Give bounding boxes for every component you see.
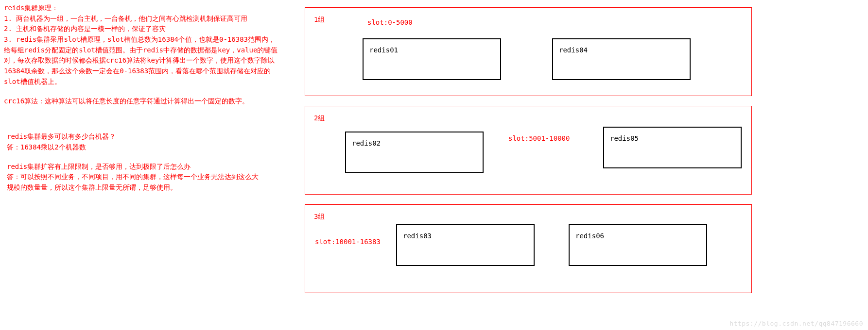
principle-1: 1. 两台机器为一组，一台主机，一台备机，他们之间有心跳检测机制保证高可用 — [4, 14, 288, 24]
redis-node-name: redis03 — [403, 232, 432, 240]
watermark-text: https://blog.csdn.net/qq847196660 — [729, 320, 863, 327]
group-label: 3组 — [314, 213, 325, 221]
principle-3-line-c: 对，每次存取数据的时候都会根据crc16算法将key计算得出一个数字，使用这个数… — [4, 55, 288, 66]
group-label: 2组 — [314, 114, 325, 123]
group-box-2: 2组slot:5001-10000redis02redis05 — [305, 106, 752, 195]
redis-node-name: redis05 — [610, 134, 639, 142]
explanation-panel: reids集群原理： 1. 两台机器为一组，一台主机，一台备机，他们之间有心跳检… — [4, 3, 288, 202]
redis-node-box: redis06 — [569, 224, 707, 266]
principles-block: reids集群原理： 1. 两台机器为一组，一台主机，一台备机，他们之间有心跳检… — [4, 3, 288, 87]
redis-node-name: redis04 — [559, 46, 588, 54]
redis-node-name: redis01 — [369, 46, 398, 54]
principle-3-line-a: 3. redis集群采用slot槽原理，slot槽值总数为16384个值，也就是… — [4, 34, 288, 45]
answer-2-line-b: 规模的数量量，所以这个集群上限量无所谓，足够使用。 — [7, 182, 288, 193]
slot-range-label: slot:0-5000 — [367, 18, 413, 26]
answer-2-line-a: 答：可以按照不同业务，不同项目，用不同的集群，这样每一个业务无法达到这么大 — [7, 172, 288, 182]
redis-node-name: redis06 — [575, 232, 604, 240]
group-label: 1组 — [314, 16, 325, 24]
title-line: reids集群原理： — [4, 3, 288, 14]
qa-block-2: redis集群扩容有上限限制，是否够用，达到极限了后怎么办 答：可以按照不同业务… — [4, 162, 288, 193]
question-2: redis集群扩容有上限限制，是否够用，达到极限了后怎么办 — [7, 162, 288, 172]
principle-3-line-e: slot槽值机器上。 — [4, 77, 288, 87]
principle-2: 2. 主机和备机存储的内容是一模一样的，保证了容灾 — [4, 24, 288, 34]
principle-3-line-b: 给每组redis分配固定的slot槽值范围。由于redis中存储的数据都是key… — [4, 45, 288, 56]
diagram-panel: 1组slot:0-5000redis01redis042组slot:5001-1… — [305, 7, 752, 303]
redis-node-box: redis01 — [363, 38, 501, 80]
redis-node-box: redis04 — [552, 38, 691, 80]
redis-node-box: redis02 — [345, 132, 484, 173]
principle-3-line-d: 16384取余数，那么这个余数一定会在0-16383范围内，看落在哪个范围就存储… — [4, 66, 288, 77]
crc-line: crc16算法：这种算法可以将任意长度的任意字符通过计算得出一个固定的数字。 — [4, 96, 288, 107]
slot-range-label: slot:5001-10000 — [508, 134, 570, 142]
slot-range-label: slot:10001-16383 — [315, 238, 381, 246]
redis-node-box: redis05 — [603, 127, 742, 168]
redis-node-box: redis03 — [396, 224, 535, 266]
redis-node-name: redis02 — [352, 139, 381, 147]
question-1: redis集群最多可以有多少台机器？ — [7, 132, 288, 142]
qa-block-1: redis集群最多可以有多少台机器？ 答：16384乘以2个机器数 — [4, 132, 288, 152]
group-box-3: 3组slot:10001-16383redis03redis06 — [305, 204, 752, 293]
crc-block: crc16算法：这种算法可以将任意长度的任意字符通过计算得出一个固定的数字。 — [4, 96, 288, 107]
group-box-1: 1组slot:0-5000redis01redis04 — [305, 7, 752, 96]
answer-1: 答：16384乘以2个机器数 — [7, 142, 288, 153]
